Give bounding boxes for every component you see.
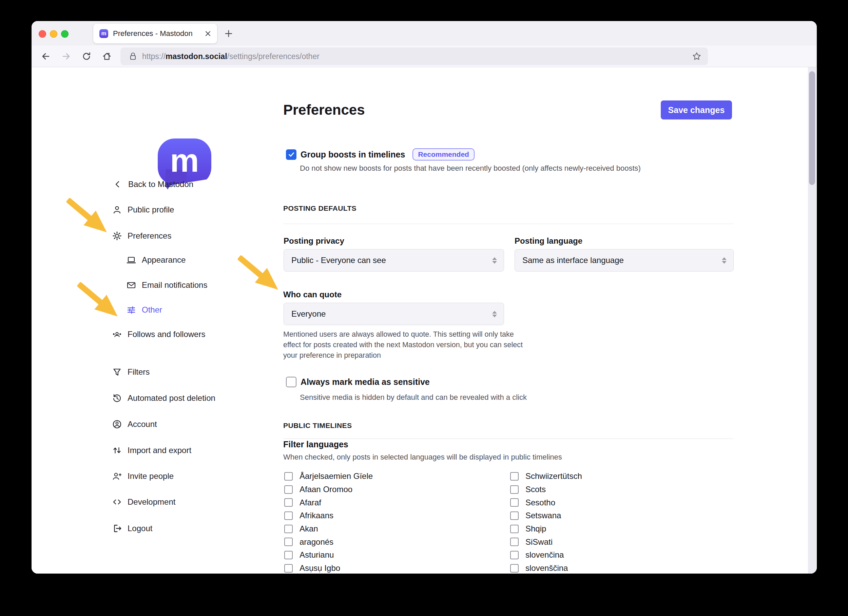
people-icon	[112, 329, 122, 339]
language-label: Afaan Oromoo	[299, 485, 353, 494]
page-title: Preferences	[283, 102, 365, 118]
close-window-button[interactable]	[39, 30, 46, 38]
sidebar-item-other[interactable]: Other	[126, 304, 162, 316]
language-checkbox[interactable]	[284, 564, 293, 573]
back-icon[interactable]	[40, 51, 51, 62]
language-label: Afrikaans	[299, 511, 334, 520]
logout-icon	[112, 523, 122, 533]
select-caret-icon	[492, 311, 497, 317]
url-host: mastodon.social	[166, 52, 227, 61]
code-icon	[112, 497, 122, 507]
language-row: Scots	[510, 483, 721, 496]
browser-window: m Preferences - Mastodon https://mastodo…	[31, 21, 817, 574]
language-checkbox[interactable]	[510, 537, 519, 546]
language-checkbox[interactable]	[510, 472, 519, 481]
sidebar-item-label: Other	[142, 305, 162, 315]
sidebar-item-label: Development	[127, 497, 175, 507]
sidebar-item-public-profile[interactable]: Public profile	[112, 204, 174, 215]
import-export-icon	[112, 445, 122, 456]
language-list-left: Åarjelsaemien Gïele Afaan Oromoo Afaraf …	[284, 470, 495, 574]
language-list-right: Schwiizertütsch Scots Sesotho Setswana S…	[510, 470, 721, 574]
group-boosts-checkbox[interactable]	[286, 149, 297, 160]
sidebar-item-preferences[interactable]: Preferences	[112, 230, 171, 242]
sidebar-item-label: Follows and followers	[127, 330, 205, 339]
posting-privacy-select[interactable]: Public - Everyone can see	[283, 249, 504, 272]
posting-language-select[interactable]: Same as interface language	[514, 249, 734, 272]
sidebar-item-invite-people[interactable]: Invite people	[112, 471, 173, 482]
group-boosts-row: Group boosts in timelines Recommended	[286, 148, 474, 160]
save-changes-button[interactable]: Save changes	[661, 101, 732, 119]
filter-languages-label: Filter languages	[283, 439, 348, 449]
lock-icon	[129, 52, 137, 61]
language-row: Akan	[284, 522, 495, 536]
language-checkbox[interactable]	[510, 525, 519, 533]
sidebar-item-follows-and-followers[interactable]: Follows and followers	[112, 328, 205, 340]
sidebar-item-email-notifications[interactable]: Email notifications	[126, 279, 207, 291]
home-icon[interactable]	[101, 51, 112, 62]
browser-toolbar: https://mastodon.social/settings/prefere…	[31, 46, 817, 67]
sidebar-item-development[interactable]: Development	[112, 496, 175, 508]
language-checkbox[interactable]	[284, 472, 293, 481]
language-checkbox[interactable]	[284, 537, 293, 546]
url-text: https://mastodon.social/settings/prefere…	[142, 52, 320, 61]
sidebar-item-import-and-export[interactable]: Import and export	[112, 445, 191, 456]
section-divider	[283, 438, 734, 439]
language-label: Schwiizertütsch	[525, 471, 582, 481]
scrollbar-thumb[interactable]	[809, 71, 815, 185]
sidebar-item-logout[interactable]: Logout	[112, 522, 152, 534]
sidebar-item-back-to-mastodon[interactable]: Back to Mastodon	[113, 178, 193, 190]
select-caret-icon	[722, 257, 726, 264]
laptop-icon	[126, 255, 136, 265]
language-checkbox[interactable]	[510, 498, 519, 507]
sensitive-media-checkbox[interactable]	[286, 377, 297, 387]
who-can-quote-select[interactable]: Everyone	[283, 303, 504, 325]
language-checkbox[interactable]	[284, 512, 293, 520]
sidebar-item-label: Back to Mastodon	[128, 180, 193, 189]
language-label: Asụsụ Igbo	[299, 563, 340, 573]
language-label: Akan	[299, 524, 318, 533]
page-content: m Back to Mastodon Public profile Prefer…	[31, 67, 817, 574]
language-checkbox[interactable]	[510, 564, 519, 573]
reload-icon[interactable]	[81, 51, 92, 62]
sidebar-item-label: Import and export	[127, 445, 191, 455]
language-checkbox[interactable]	[510, 512, 519, 520]
language-row: Asụsụ Igbo	[284, 562, 495, 574]
forward-icon[interactable]	[61, 51, 71, 62]
posting-language-label: Posting language	[514, 236, 583, 246]
account-circle-icon	[112, 419, 122, 429]
mastodon-favicon: m	[99, 29, 108, 38]
sidebar-item-filters[interactable]: Filters	[112, 366, 150, 378]
url-scheme: https://	[142, 52, 166, 61]
zoom-window-button[interactable]	[61, 30, 68, 38]
language-checkbox[interactable]	[510, 551, 519, 559]
tune-sliders-icon	[126, 305, 136, 315]
group-boosts-label: Group boosts in timelines	[301, 150, 405, 159]
filter-languages-hint: When checked, only posts in selected lan…	[283, 453, 562, 462]
language-checkbox[interactable]	[284, 551, 293, 559]
group-boosts-hint: Do not show new boosts for posts that ha…	[300, 164, 641, 173]
sidebar-item-appearance[interactable]: Appearance	[126, 254, 185, 266]
person-icon	[112, 205, 122, 215]
sidebar-item-label: Appearance	[142, 255, 185, 265]
sidebar-item-label: Invite people	[127, 471, 173, 481]
url-bar[interactable]: https://mastodon.social/settings/prefere…	[120, 47, 708, 65]
minimize-window-button[interactable]	[50, 30, 57, 38]
browser-tab[interactable]: m Preferences - Mastodon	[93, 24, 217, 43]
language-checkbox[interactable]	[284, 525, 293, 533]
section-posting-defaults: POSTING DEFAULTS	[283, 204, 356, 212]
language-checkbox[interactable]	[284, 498, 293, 507]
language-row: SiSwati	[510, 535, 721, 548]
language-row: slovenščina	[510, 562, 721, 574]
language-checkbox[interactable]	[510, 485, 519, 494]
language-checkbox[interactable]	[284, 485, 293, 494]
bookmark-star-icon[interactable]	[692, 51, 702, 61]
section-public-timelines: PUBLIC TIMELINES	[283, 422, 352, 430]
recommended-badge: Recommended	[412, 148, 474, 160]
new-tab-button[interactable]	[224, 28, 234, 39]
tab-close-icon[interactable]	[204, 30, 212, 37]
language-label: SiSwati	[525, 537, 553, 547]
sidebar-item-automated-post-deletion[interactable]: Automated post deletion	[112, 392, 215, 404]
screenshot-canvas: m Preferences - Mastodon https://mastodo…	[0, 0, 848, 616]
language-row: Åarjelsaemien Gïele	[284, 470, 495, 483]
sidebar-item-account[interactable]: Account	[112, 419, 157, 430]
